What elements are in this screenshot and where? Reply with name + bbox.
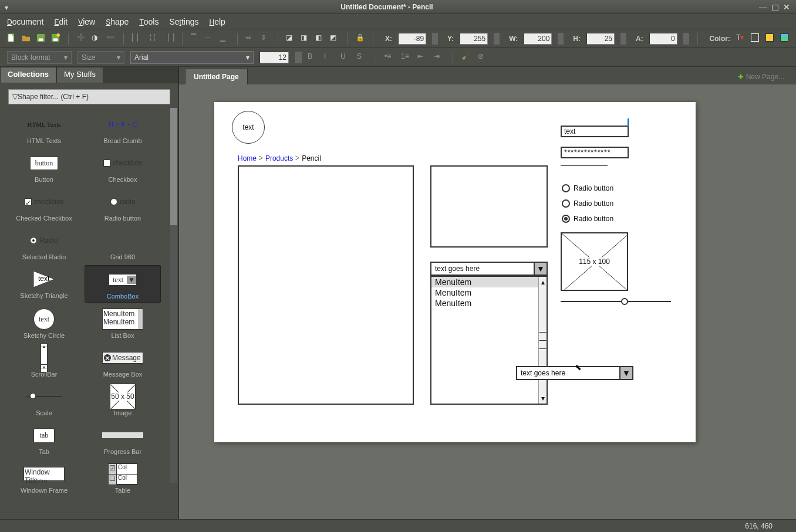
canvas-textfield[interactable]: text [561, 126, 629, 137]
bold-icon[interactable]: B [308, 52, 318, 63]
minimize-button[interactable]: — [758, 2, 768, 12]
indent-icon[interactable]: ⇥ [434, 52, 444, 63]
w-input[interactable] [524, 33, 552, 45]
fill-color-icon[interactable] [765, 33, 774, 44]
shape-button[interactable]: buttonButton [6, 149, 82, 185]
gradient-icon[interactable] [780, 33, 789, 44]
size-combo[interactable]: Size▾ [77, 51, 124, 64]
shape-radio[interactable]: radioRadio button [85, 188, 161, 224]
shape-messagebox[interactable]: ✕MessageMessage Box [85, 344, 161, 380]
list-bullet-icon[interactable]: •≡ [384, 52, 395, 63]
shape-tab[interactable]: tabTab [6, 421, 82, 458]
lock-icon[interactable]: 🔒 [356, 33, 365, 44]
shape-grid960[interactable]: Grid 960 [85, 226, 161, 263]
shape-selected-radio[interactable]: RadioSelected Radio [6, 226, 82, 263]
shape-html-texts[interactable]: HTML TextsHTML Texts [6, 110, 82, 147]
canvas-password[interactable]: ************** [561, 147, 629, 158]
shape-scale[interactable]: Scale [6, 382, 82, 419]
h-spinner[interactable] [620, 33, 626, 45]
h-input[interactable] [586, 33, 615, 45]
shape-sketchy-circle[interactable]: textSketchy Circle [6, 305, 82, 341]
stroke-color-icon[interactable] [751, 33, 760, 44]
canvas-combobox[interactable]: text goes here▼ [430, 262, 548, 276]
a-input[interactable] [649, 33, 677, 45]
canvas-radio-1[interactable]: Radio button [562, 184, 613, 192]
align-top-icon[interactable]: ▔ [191, 33, 200, 44]
clear-format-icon[interactable]: 🧹 [461, 52, 472, 63]
align-middle-icon[interactable]: ─ [205, 33, 214, 44]
same-width-icon[interactable]: ⇔ [245, 33, 254, 44]
y-input[interactable] [460, 33, 488, 45]
sidebar-scrollbar[interactable] [170, 108, 177, 483]
bring-forward-icon[interactable]: ◨ [301, 33, 309, 44]
menu-view[interactable]: View [78, 17, 95, 26]
close-button[interactable]: ✕ [782, 2, 791, 12]
shape-scrollbar[interactable]: ▴▾ScrollBar [6, 344, 82, 380]
save-as-icon[interactable] [51, 33, 60, 44]
save-icon[interactable] [36, 33, 45, 44]
shape-breadcrumb[interactable]: H > P > CBread Crumb [85, 110, 161, 147]
menu-shape[interactable]: Shape [106, 17, 129, 26]
shape-checkbox[interactable]: checkboxCheckbox [85, 149, 161, 185]
shape-image[interactable]: 50 x 50Image [85, 382, 161, 419]
shape-sketchy-triangle[interactable]: textSketchy Triangle [6, 265, 82, 303]
canvas-listbox[interactable]: MenuItem MenuItem MenuItem ▴———▾ [430, 276, 548, 405]
send-back-icon[interactable]: ◩ [330, 33, 339, 44]
remove-link-icon[interactable]: ⊘ [478, 52, 488, 63]
strike-icon[interactable]: S [357, 52, 367, 63]
italic-icon[interactable]: I [324, 52, 335, 63]
shape-progressbar[interactable]: Progress Bar [85, 421, 161, 458]
shape-listbox[interactable]: MenuItemMenuItemList Box [85, 305, 161, 341]
zoom-reset-icon[interactable]: ◑ [92, 33, 100, 44]
shape-checked-checkbox[interactable]: ✓checkboxChecked Checkbox [6, 188, 82, 224]
canvas-radio-3[interactable]: Radio button [562, 215, 613, 223]
canvas-rect-small[interactable] [430, 165, 548, 248]
align-bottom-icon[interactable]: ▁ [220, 33, 229, 44]
send-backward-icon[interactable]: ◧ [315, 33, 324, 44]
font-size-spinner[interactable] [295, 52, 302, 63]
new-page-button[interactable]: +New Page... [732, 69, 790, 84]
font-combo[interactable]: Arial▾ [130, 51, 254, 64]
canvas-radio-2[interactable]: Radio button [562, 199, 613, 208]
page-surface[interactable]: text Home > Products > Pencil text *****… [214, 102, 696, 442]
tab-collections[interactable]: Collections [0, 67, 56, 83]
new-icon[interactable] [7, 33, 16, 44]
zoom-in-icon[interactable]: ➕ [77, 33, 86, 44]
a-spinner[interactable] [683, 33, 689, 45]
block-format-combo[interactable]: Block format▾ [7, 51, 72, 64]
app-menu-icon[interactable]: ▾ [5, 4, 12, 11]
maximize-button[interactable]: ▢ [770, 2, 780, 12]
text-color-icon[interactable]: T▾ [736, 33, 745, 44]
canvas-circle[interactable]: text [232, 111, 265, 144]
menu-document[interactable]: Document [7, 17, 43, 26]
menu-help[interactable]: Help [209, 17, 225, 26]
same-height-icon[interactable]: ⇕ [261, 33, 269, 44]
page-tab-untitled[interactable]: Untitled Page [185, 69, 248, 84]
shape-filter-input[interactable]: ▽ Shape filter... (Ctrl + F) [8, 89, 170, 104]
w-spinner[interactable] [558, 33, 564, 45]
listbox-scrollbar[interactable]: ▴———▾ [538, 277, 547, 404]
y-spinner[interactable] [494, 33, 500, 45]
outdent-icon[interactable]: ⇤ [417, 52, 428, 63]
canvas-image-placeholder[interactable]: 115 x 100 [561, 232, 628, 291]
bring-front-icon[interactable]: ◪ [286, 33, 295, 44]
menu-settings[interactable]: Settings [169, 17, 198, 26]
menu-edit[interactable]: Edit [54, 17, 68, 26]
shape-table[interactable]: ☑Col☐ColTable [85, 460, 161, 496]
x-input[interactable] [398, 33, 426, 45]
align-center-icon[interactable]: ╎╎ [149, 33, 157, 44]
shape-combobox[interactable]: text▼ComboBox [85, 265, 161, 303]
canvas[interactable]: text Home > Products > Pencil text *****… [179, 84, 796, 519]
canvas-breadcrumb[interactable]: Home > Products > Pencil [238, 154, 321, 163]
shape-window-frame[interactable]: Window Title ▢✕Windown Frame [6, 460, 82, 496]
open-icon[interactable] [22, 33, 31, 44]
tab-mystuffs[interactable]: My Stuffs [56, 67, 103, 83]
underline-icon[interactable]: U [340, 52, 351, 63]
menu-tools[interactable]: Tools [139, 17, 158, 26]
zoom-out-icon[interactable]: ➖ [106, 33, 115, 44]
font-size-input[interactable] [259, 52, 289, 63]
canvas-rect-large[interactable] [238, 165, 414, 405]
align-left-icon[interactable]: ▏▏ [132, 33, 143, 44]
canvas-line[interactable] [561, 165, 608, 166]
canvas-slider[interactable] [561, 298, 628, 305]
